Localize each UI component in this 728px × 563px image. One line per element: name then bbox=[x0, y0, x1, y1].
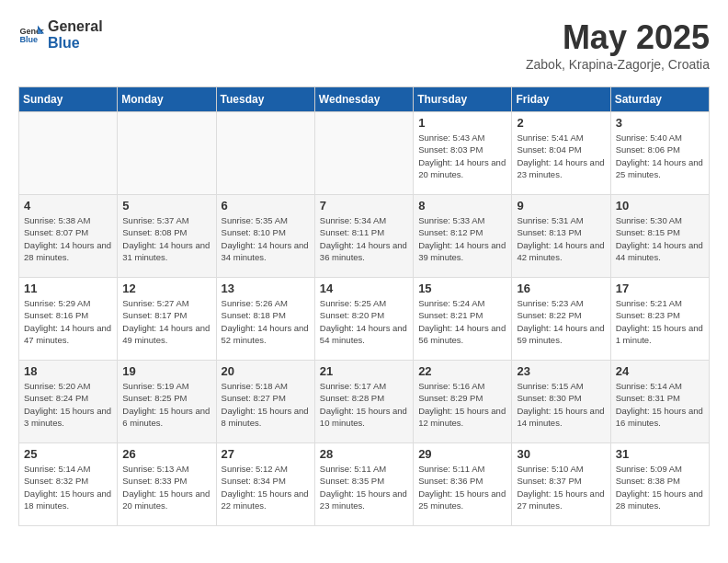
day-number: 4 bbox=[24, 199, 112, 213]
calendar-cell: 2Sunrise: 5:41 AMSunset: 8:04 PMDaylight… bbox=[512, 112, 610, 195]
day-number: 9 bbox=[517, 199, 605, 213]
calendar-cell: 15Sunrise: 5:24 AMSunset: 8:21 PMDayligh… bbox=[414, 278, 512, 361]
day-info: Sunrise: 5:38 AMSunset: 8:07 PMDaylight:… bbox=[24, 214, 112, 263]
day-of-week-header: Monday bbox=[118, 87, 216, 112]
day-number: 31 bbox=[616, 447, 704, 461]
day-info: Sunrise: 5:17 AMSunset: 8:28 PMDaylight:… bbox=[320, 380, 408, 429]
day-number: 27 bbox=[222, 447, 310, 461]
day-info: Sunrise: 5:33 AMSunset: 8:12 PMDaylight:… bbox=[418, 214, 506, 263]
day-info: Sunrise: 5:12 AMSunset: 8:34 PMDaylight:… bbox=[222, 463, 310, 511]
day-info: Sunrise: 5:21 AMSunset: 8:23 PMDaylight:… bbox=[616, 297, 704, 346]
day-info: Sunrise: 5:30 AMSunset: 8:15 PMDaylight:… bbox=[616, 214, 704, 263]
logo-blue-text: Blue bbox=[48, 35, 103, 52]
calendar-cell: 29Sunrise: 5:11 AMSunset: 8:36 PMDayligh… bbox=[414, 443, 512, 526]
calendar-cell: 8Sunrise: 5:33 AMSunset: 8:12 PMDaylight… bbox=[414, 195, 512, 278]
page-header: General Blue General Blue May 2025 Zabok… bbox=[18, 18, 710, 72]
calendar-cell bbox=[118, 112, 216, 195]
logo-icon: General Blue bbox=[18, 22, 44, 48]
day-number: 26 bbox=[122, 447, 210, 461]
calendar-cell: 12Sunrise: 5:27 AMSunset: 8:17 PMDayligh… bbox=[118, 278, 216, 361]
calendar-cell bbox=[216, 112, 314, 195]
day-number: 20 bbox=[222, 364, 310, 378]
day-info: Sunrise: 5:13 AMSunset: 8:33 PMDaylight:… bbox=[122, 463, 210, 511]
day-info: Sunrise: 5:09 AMSunset: 8:38 PMDaylight:… bbox=[616, 463, 704, 511]
calendar-cell: 27Sunrise: 5:12 AMSunset: 8:34 PMDayligh… bbox=[216, 443, 314, 526]
calendar-cell: 4Sunrise: 5:38 AMSunset: 8:07 PMDaylight… bbox=[19, 195, 118, 278]
day-number: 2 bbox=[517, 116, 605, 130]
day-info: Sunrise: 5:37 AMSunset: 8:08 PMDaylight:… bbox=[122, 214, 210, 263]
day-info: Sunrise: 5:20 AMSunset: 8:24 PMDaylight:… bbox=[24, 380, 112, 429]
calendar-header-row: SundayMondayTuesdayWednesdayThursdayFrid… bbox=[19, 87, 710, 112]
calendar-cell: 14Sunrise: 5:25 AMSunset: 8:20 PMDayligh… bbox=[314, 278, 413, 361]
day-info: Sunrise: 5:10 AMSunset: 8:37 PMDaylight:… bbox=[517, 463, 605, 511]
calendar-cell: 20Sunrise: 5:18 AMSunset: 8:27 PMDayligh… bbox=[216, 361, 314, 443]
calendar-week-row: 18Sunrise: 5:20 AMSunset: 8:24 PMDayligh… bbox=[19, 361, 710, 443]
day-number: 12 bbox=[122, 282, 210, 295]
day-of-week-header: Sunday bbox=[19, 87, 118, 112]
day-info: Sunrise: 5:41 AMSunset: 8:04 PMDaylight:… bbox=[517, 132, 605, 180]
calendar-cell: 9Sunrise: 5:31 AMSunset: 8:13 PMDaylight… bbox=[512, 195, 610, 278]
day-number: 1 bbox=[418, 116, 506, 130]
calendar-cell: 10Sunrise: 5:30 AMSunset: 8:15 PMDayligh… bbox=[610, 195, 709, 278]
day-number: 3 bbox=[616, 116, 704, 130]
calendar-cell: 13Sunrise: 5:26 AMSunset: 8:18 PMDayligh… bbox=[216, 278, 314, 361]
calendar-cell: 5Sunrise: 5:37 AMSunset: 8:08 PMDaylight… bbox=[118, 195, 216, 278]
calendar-cell: 22Sunrise: 5:16 AMSunset: 8:29 PMDayligh… bbox=[414, 361, 512, 443]
calendar-week-row: 25Sunrise: 5:14 AMSunset: 8:32 PMDayligh… bbox=[19, 443, 710, 526]
day-info: Sunrise: 5:27 AMSunset: 8:17 PMDaylight:… bbox=[122, 297, 210, 346]
day-number: 24 bbox=[616, 364, 704, 378]
day-info: Sunrise: 5:19 AMSunset: 8:25 PMDaylight:… bbox=[122, 380, 210, 429]
day-number: 10 bbox=[616, 199, 704, 213]
day-number: 21 bbox=[320, 364, 408, 378]
day-number: 7 bbox=[320, 199, 408, 213]
location-title: Zabok, Krapina-Zagorje, Croatia bbox=[526, 57, 710, 72]
calendar-cell: 7Sunrise: 5:34 AMSunset: 8:11 PMDaylight… bbox=[314, 195, 413, 278]
day-info: Sunrise: 5:11 AMSunset: 8:36 PMDaylight:… bbox=[418, 463, 506, 511]
day-number: 16 bbox=[517, 282, 605, 295]
day-number: 8 bbox=[418, 199, 506, 213]
day-info: Sunrise: 5:15 AMSunset: 8:30 PMDaylight:… bbox=[517, 380, 605, 429]
calendar-cell: 25Sunrise: 5:14 AMSunset: 8:32 PMDayligh… bbox=[19, 443, 118, 526]
day-info: Sunrise: 5:11 AMSunset: 8:35 PMDaylight:… bbox=[320, 463, 408, 511]
calendar-cell: 30Sunrise: 5:10 AMSunset: 8:37 PMDayligh… bbox=[512, 443, 610, 526]
day-info: Sunrise: 5:43 AMSunset: 8:03 PMDaylight:… bbox=[418, 132, 506, 180]
day-number: 17 bbox=[616, 282, 704, 295]
svg-text:Blue: Blue bbox=[19, 35, 38, 44]
day-of-week-header: Wednesday bbox=[314, 87, 413, 112]
day-of-week-header: Thursday bbox=[414, 87, 512, 112]
day-info: Sunrise: 5:14 AMSunset: 8:32 PMDaylight:… bbox=[24, 463, 112, 511]
logo: General Blue General Blue bbox=[18, 18, 103, 51]
day-number: 29 bbox=[418, 447, 506, 461]
day-number: 13 bbox=[222, 282, 310, 295]
calendar-week-row: 1Sunrise: 5:43 AMSunset: 8:03 PMDaylight… bbox=[19, 112, 710, 195]
day-of-week-header: Tuesday bbox=[216, 87, 314, 112]
day-info: Sunrise: 5:24 AMSunset: 8:21 PMDaylight:… bbox=[418, 297, 506, 346]
calendar-cell: 26Sunrise: 5:13 AMSunset: 8:33 PMDayligh… bbox=[118, 443, 216, 526]
calendar-cell: 11Sunrise: 5:29 AMSunset: 8:16 PMDayligh… bbox=[19, 278, 118, 361]
calendar-week-row: 4Sunrise: 5:38 AMSunset: 8:07 PMDaylight… bbox=[19, 195, 710, 278]
day-number: 14 bbox=[320, 282, 408, 295]
calendar-cell: 18Sunrise: 5:20 AMSunset: 8:24 PMDayligh… bbox=[19, 361, 118, 443]
calendar-cell: 17Sunrise: 5:21 AMSunset: 8:23 PMDayligh… bbox=[610, 278, 709, 361]
day-info: Sunrise: 5:23 AMSunset: 8:22 PMDaylight:… bbox=[517, 297, 605, 346]
calendar-cell: 3Sunrise: 5:40 AMSunset: 8:06 PMDaylight… bbox=[610, 112, 709, 195]
day-number: 15 bbox=[418, 282, 506, 295]
day-number: 6 bbox=[222, 199, 310, 213]
day-of-week-header: Saturday bbox=[610, 87, 709, 112]
day-number: 11 bbox=[24, 282, 112, 295]
day-of-week-header: Friday bbox=[512, 87, 610, 112]
day-info: Sunrise: 5:16 AMSunset: 8:29 PMDaylight:… bbox=[418, 380, 506, 429]
day-number: 30 bbox=[517, 447, 605, 461]
calendar-cell: 24Sunrise: 5:14 AMSunset: 8:31 PMDayligh… bbox=[610, 361, 709, 443]
title-section: May 2025 Zabok, Krapina-Zagorje, Croatia bbox=[526, 18, 710, 72]
calendar-cell: 31Sunrise: 5:09 AMSunset: 8:38 PMDayligh… bbox=[610, 443, 709, 526]
day-info: Sunrise: 5:35 AMSunset: 8:10 PMDaylight:… bbox=[222, 214, 310, 263]
month-title: May 2025 bbox=[526, 18, 710, 57]
day-info: Sunrise: 5:26 AMSunset: 8:18 PMDaylight:… bbox=[222, 297, 310, 346]
day-number: 19 bbox=[122, 364, 210, 378]
calendar-cell: 16Sunrise: 5:23 AMSunset: 8:22 PMDayligh… bbox=[512, 278, 610, 361]
day-number: 22 bbox=[418, 364, 506, 378]
calendar-cell: 1Sunrise: 5:43 AMSunset: 8:03 PMDaylight… bbox=[414, 112, 512, 195]
day-number: 18 bbox=[24, 364, 112, 378]
day-number: 25 bbox=[24, 447, 112, 461]
